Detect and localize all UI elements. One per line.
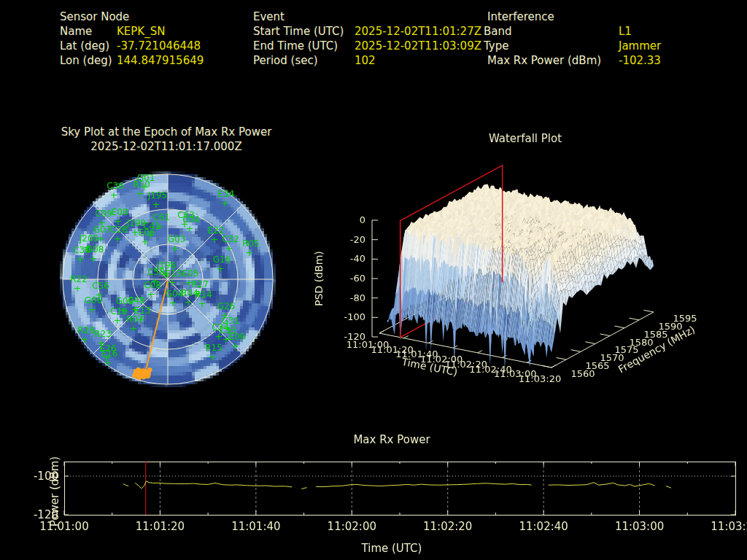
power-title: Max Rx Power bbox=[246, 433, 538, 446]
interference-band-label: Band bbox=[484, 25, 512, 38]
gnss-interference-dashboard: { "header": { "sensor": { "title": "Sens… bbox=[0, 0, 747, 560]
skyplot-subtitle: 2025-12-02T11:01:17.000Z bbox=[28, 140, 305, 153]
event-end-value: 2025-12-02T11:03:09Z bbox=[355, 39, 481, 52]
sensor-name-value: KEPK_SN bbox=[117, 25, 165, 38]
interference-type-label: Type bbox=[484, 39, 508, 52]
event-period-value: 102 bbox=[355, 54, 376, 67]
interference-band-value: L1 bbox=[619, 25, 632, 38]
interference-maxrx-value: -102.33 bbox=[619, 54, 661, 67]
sensor-lon-label: Lon (deg) bbox=[60, 54, 112, 67]
event-start-label: Start Time (UTC) bbox=[253, 25, 344, 38]
event-end-label: End Time (UTC) bbox=[253, 39, 338, 52]
waterfall-canvas[interactable] bbox=[292, 149, 740, 394]
power-ylabel: Power (dBm) bbox=[48, 444, 61, 539]
event-period-label: Period (sec) bbox=[253, 54, 318, 67]
skyplot-title: Sky Plot at the Epoch of Max Rx Power bbox=[28, 125, 305, 139]
interference-maxrx-label: Max Rx Power (dBm) bbox=[487, 54, 601, 67]
sensor-node-section-title: Sensor Node bbox=[60, 10, 129, 23]
sensor-name-label: Name bbox=[60, 25, 92, 38]
skyplot-canvas[interactable] bbox=[45, 157, 290, 402]
waterfall-title: Waterfall Plot bbox=[394, 132, 657, 145]
event-section-title: Event bbox=[253, 10, 285, 23]
interference-section-title: Interference bbox=[487, 10, 554, 23]
sensor-lon-value: 144.847915649 bbox=[117, 54, 204, 67]
sensor-lat-label: Lat (deg) bbox=[60, 39, 109, 52]
interference-type-value: Jammer bbox=[619, 39, 661, 52]
power-xlabel: Time (UTC) bbox=[319, 542, 465, 555]
power-canvas[interactable] bbox=[40, 454, 744, 523]
event-start-value: 2025-12-02T11:01:27Z bbox=[355, 25, 481, 38]
sensor-lat-value: -37.721046448 bbox=[117, 39, 201, 52]
